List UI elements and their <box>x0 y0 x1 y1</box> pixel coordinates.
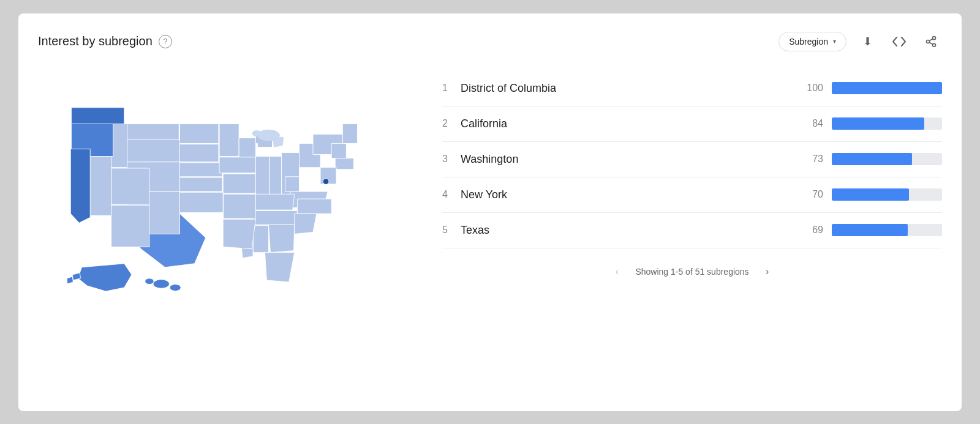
region-score: 100 <box>796 83 823 94</box>
svg-point-2 <box>933 43 936 46</box>
rank-number: 3 <box>442 154 461 165</box>
rank-number: 4 <box>442 189 461 200</box>
region-name: District of Columbia <box>461 82 796 95</box>
svg-point-5 <box>323 178 329 184</box>
card: Interest by subregion ? Subregion ▾ ⬇ <box>18 13 962 411</box>
map-section <box>38 65 418 322</box>
list-section: 1 District of Columbia 100 2 California … <box>442 65 942 322</box>
list-item[interactable]: 1 District of Columbia 100 <box>442 71 942 106</box>
list-item[interactable]: 2 California 84 <box>442 106 942 142</box>
us-map <box>50 65 405 322</box>
score-bar-container <box>832 82 942 94</box>
list-item[interactable]: 3 Washington 73 <box>442 142 942 177</box>
score-bar-fill <box>832 188 909 201</box>
region-name: Texas <box>461 224 796 237</box>
svg-line-3 <box>929 42 933 44</box>
header-right: Subregion ▾ ⬇ <box>778 31 942 53</box>
dropdown-label: Subregion <box>789 37 828 46</box>
svg-point-8 <box>145 278 154 284</box>
score-bar-container <box>832 153 942 165</box>
score-bar-fill <box>832 153 912 165</box>
score-bar-fill <box>832 117 924 130</box>
next-page-button[interactable]: › <box>759 263 776 280</box>
chevron-down-icon: ▾ <box>833 38 836 45</box>
region-name: New York <box>461 188 796 201</box>
rank-number: 5 <box>442 225 461 236</box>
content: 1 District of Columbia 100 2 California … <box>38 65 942 322</box>
header-left: Interest by subregion ? <box>38 34 172 48</box>
region-score: 70 <box>796 189 823 200</box>
score-bar-fill <box>832 82 942 94</box>
share-icon[interactable] <box>920 31 942 53</box>
pagination-text: Showing 1-5 of 51 subregions <box>635 267 748 277</box>
rank-number: 2 <box>442 118 461 129</box>
help-icon[interactable]: ? <box>159 35 172 48</box>
download-icon[interactable]: ⬇ <box>856 31 878 53</box>
region-score: 84 <box>796 118 823 129</box>
svg-point-10 <box>252 130 262 136</box>
prev-page-button[interactable]: ‹ <box>608 263 625 280</box>
subregion-dropdown[interactable]: Subregion ▾ <box>778 32 846 51</box>
region-score: 73 <box>796 154 823 165</box>
page-title: Interest by subregion <box>38 34 153 48</box>
svg-point-1 <box>927 40 930 43</box>
svg-line-4 <box>929 39 933 40</box>
pagination: ‹ Showing 1-5 of 51 subregions › <box>442 263 942 280</box>
region-score: 69 <box>796 225 823 236</box>
svg-point-0 <box>933 36 936 39</box>
embed-icon[interactable] <box>888 31 910 53</box>
header: Interest by subregion ? Subregion ▾ ⬇ <box>38 31 942 53</box>
score-bar-container <box>832 188 942 201</box>
rank-number: 1 <box>442 83 461 94</box>
list-item[interactable]: 4 New York 70 <box>442 177 942 213</box>
list-item[interactable]: 5 Texas 69 <box>442 213 942 248</box>
region-list: 1 District of Columbia 100 2 California … <box>442 71 942 248</box>
region-name: California <box>461 117 796 130</box>
svg-point-6 <box>153 279 170 288</box>
svg-point-7 <box>170 284 181 291</box>
score-bar-container <box>832 117 942 130</box>
score-bar-container <box>832 224 942 236</box>
score-bar-fill <box>832 224 908 236</box>
region-name: Washington <box>461 153 796 166</box>
